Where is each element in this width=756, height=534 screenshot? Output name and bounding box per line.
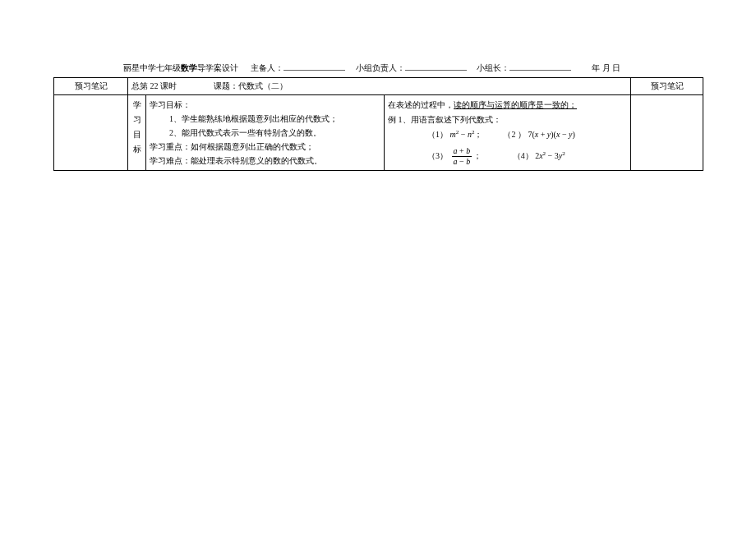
eq1-label: （1） [427, 130, 448, 139]
subject-bold: 数学 [181, 63, 197, 72]
left-note-header: 预习笔记 [54, 78, 128, 95]
example-content: 在表述的过程中，读的顺序与运算的顺序是一致的； 例 1、用语言叙述下列代数式： … [385, 95, 631, 171]
eq3-sep: ； [473, 151, 482, 160]
lesson-number: 总第 22 课时 [131, 81, 177, 90]
right-note-header: 预习笔记 [631, 78, 703, 95]
example-label: 例 1、用语言叙述下列代数式： [388, 113, 627, 127]
group-leader-blank [405, 62, 467, 71]
prepared-by-blank [284, 62, 345, 71]
goal-item-2: 2、能用代数式表示一些有特别含义的数。 [150, 126, 380, 140]
statement-underlined: 读的顺序与运算的顺序是一致的； [454, 100, 577, 109]
equation-row-2: （3） a + b a − b ； （4） 2x2 − 3y2 [388, 147, 627, 166]
eq4-label: （4） [513, 151, 533, 160]
statement-line: 在表述的过程中，读的顺序与运算的顺序是一致的； [388, 98, 627, 113]
side-char-4: 标 [133, 145, 141, 154]
design-label: 导学案设计 [197, 63, 238, 72]
eq1-math: m2 − n2 [450, 130, 475, 139]
main-table: 预习笔记 总第 22 课时 课题：代数式（二） 预习笔记 学 习 目 标 学习目… [53, 77, 703, 171]
goals-content: 学习目标： 1、学生能熟练地根据题意列出相应的代数式； 2、能用代数式表示一些有… [146, 95, 385, 171]
side-char-2: 习 [133, 115, 141, 124]
eq2-label: （2 ） [503, 130, 526, 139]
goal-difficulty: 学习难点：能处理表示特别意义的数的代数式。 [150, 154, 380, 168]
document-header: 丽星中学七年级数学导学案设计 主备人： 小组负责人： 小组长： 年 月 日 [53, 62, 703, 74]
date-label: 年 月 日 [592, 63, 620, 72]
team-leader-label: 小组长： [477, 63, 509, 72]
topic-cell: 总第 22 课时 课题：代数式（二） [128, 78, 631, 95]
team-leader-blank [509, 62, 571, 71]
prepared-by-label: 主备人： [251, 63, 284, 72]
topic-label: 课题：代数式（二） [214, 81, 288, 90]
group-leader-label: 小组负责人： [356, 63, 405, 72]
goals-title: 学习目标： [150, 98, 380, 112]
equation-row-1: （1） m2 − n2； （2 ） 7(x + y)(x − y) [388, 127, 627, 142]
left-note-body [54, 95, 128, 171]
eq1-sep: ； [474, 130, 482, 139]
eq3-fraction: a + b a − b [452, 147, 472, 166]
eq2-math: 7(x + y)(x − y) [528, 130, 574, 139]
eq3-label: （3） [427, 151, 448, 160]
goal-item-1: 1、学生能熟练地根据题意列出相应的代数式； [150, 112, 380, 126]
goals-side-label: 学 习 目 标 [128, 95, 146, 171]
school-name: 丽星中学七年级 [123, 63, 181, 72]
eq4-math: 2x2 − 3y2 [535, 151, 565, 160]
statement-prefix: 在表述的过程中， [388, 100, 454, 109]
side-char-1: 学 [133, 100, 141, 109]
goal-focus: 学习重点：如何根据题意列出正确的代数式； [150, 140, 380, 154]
right-note-body [631, 95, 703, 171]
side-char-3: 目 [133, 130, 141, 139]
